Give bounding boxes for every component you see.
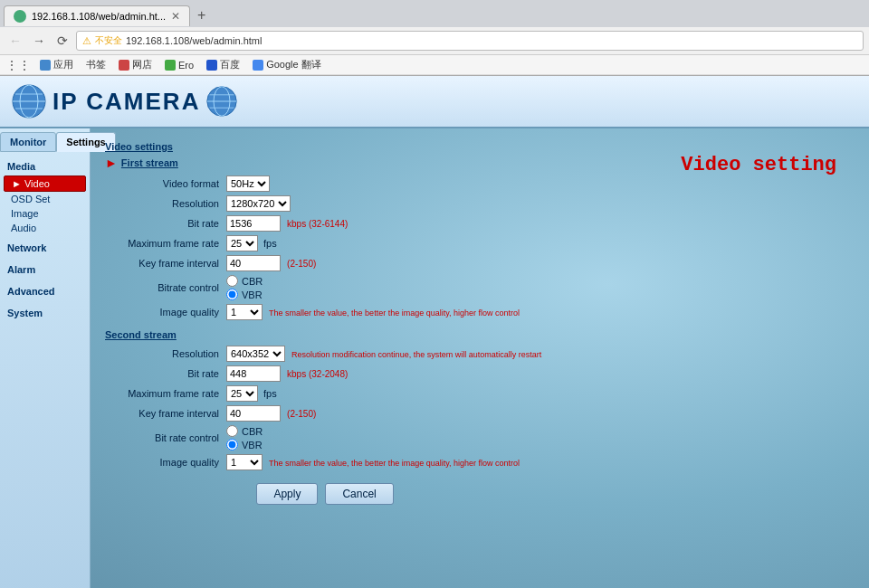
sidebar-section-system: System <box>0 302 90 324</box>
vbr-option-2: VBR <box>226 439 541 450</box>
resolution-value-2: 640x352 320x240 Resolution modification … <box>223 344 545 364</box>
bookmark-bookmarks[interactable]: 书签 <box>82 57 110 72</box>
bookmark-shop-icon <box>119 60 129 71</box>
max-frame-value-1: 25 30 15 fps <box>223 233 545 253</box>
key-frame-hint-2: (2-150) <box>287 409 316 419</box>
address-bar[interactable]: ⚠ 不安全 192.168.1.108/web/admin.html <box>76 31 864 51</box>
bitrate-row-2: Bit rate kbps (32-2048) <box>105 364 545 384</box>
tab-close-button[interactable]: ✕ <box>171 10 180 23</box>
cancel-button[interactable]: Cancel <box>325 483 393 505</box>
key-frame-row-1: Key frame interval (2-150) <box>105 253 545 273</box>
max-frame-label-1: Maximum frame rate <box>105 233 223 253</box>
bookmark-apps[interactable]: 应用 <box>36 57 77 72</box>
key-frame-label-2: Key frame interval <box>105 403 223 423</box>
address-text: 192.168.1.108/web/admin.html <box>126 35 262 46</box>
bookmark-google-translate-icon <box>253 60 263 71</box>
bitrate-ctrl-label-1: Bitrate control <box>105 273 223 302</box>
cbr-radio-2[interactable] <box>226 425 238 437</box>
browser-chrome: 192.168.1.108/web/admin.ht... ✕ + ← → ⟳ … <box>0 0 869 76</box>
sidebar-item-video[interactable]: ► Video <box>4 175 86 192</box>
video-format-row: Video format 50Hz 60Hz <box>105 174 545 194</box>
page-title: Video setting <box>681 154 836 176</box>
bookmark-bookmarks-label: 书签 <box>86 58 106 71</box>
image-quality-select-2[interactable]: 12345 <box>226 454 263 470</box>
bitrate-label-2: Bit rate <box>105 364 223 384</box>
vbr-radio-2[interactable] <box>226 439 238 450</box>
bitrate-ctrl-row-1: Bitrate control CBR VBR <box>105 273 545 302</box>
key-frame-input-1[interactable] <box>226 255 281 271</box>
main-layout: Monitor Settings Media ► Video OSD Set <box>0 128 869 588</box>
resolution-row-1: Resolution 1280x720 640x480 320x240 <box>105 194 545 213</box>
logo-text: IP CAMERA <box>53 88 200 116</box>
resolution-hint-2: Resolution modification continue, the sy… <box>291 350 541 359</box>
browser-tab[interactable]: 192.168.1.108/web/admin.ht... ✕ <box>4 5 190 26</box>
vbr-label-2: VBR <box>242 440 263 450</box>
apply-button[interactable]: Apply <box>256 483 318 505</box>
sidebar-group-network[interactable]: Network <box>0 239 90 257</box>
key-frame-value-1: (2-150) <box>223 253 545 273</box>
resolution-select-1[interactable]: 1280x720 640x480 320x240 <box>226 195 291 212</box>
sidebar-group-media[interactable]: Media <box>0 157 90 175</box>
sidebar-section-alarm: Alarm <box>0 259 90 280</box>
bookmark-baidu-icon <box>206 60 217 71</box>
max-frame-select-2[interactable]: 25 30 15 <box>226 385 258 402</box>
bitrate-ctrl-group-2: CBR VBR <box>226 425 541 450</box>
max-frame-value-2: 25 30 15 fps <box>223 384 545 403</box>
bitrate-value-1: kbps (32-6144) <box>223 213 545 233</box>
vbr-option-1: VBR <box>226 289 541 300</box>
second-stream-title: Second stream <box>105 329 545 340</box>
resolution-label-1: Resolution <box>105 194 223 213</box>
bitrate-hint-2: kbps (32-2048) <box>287 369 348 379</box>
bookmark-apps-icon <box>40 60 51 71</box>
logo-globe-right <box>205 85 238 118</box>
bitrate-ctrl-label-2: Bit rate control <box>105 423 223 452</box>
sidebar-item-audio[interactable]: Audio <box>0 221 90 235</box>
new-tab-button[interactable]: + <box>190 4 213 27</box>
bookmark-baidu[interactable]: 百度 <box>203 57 244 72</box>
back-button[interactable]: ← <box>5 31 25 51</box>
resolution-select-2[interactable]: 640x352 320x240 <box>226 346 285 362</box>
sidebar-item-image[interactable]: Image <box>0 206 90 221</box>
image-quality-select-1[interactable]: 12345 <box>226 304 263 320</box>
key-frame-input-2[interactable] <box>226 405 281 422</box>
bookmark-shop[interactable]: 网店 <box>115 57 156 72</box>
sidebar-group-alarm[interactable]: Alarm <box>0 261 90 279</box>
image-quality-value-2: 12345 The smaller the value, the better … <box>223 452 545 472</box>
forward-button[interactable]: → <box>29 31 49 51</box>
security-icon: ⚠ <box>82 35 91 47</box>
vbr-radio-1[interactable] <box>226 289 238 300</box>
max-frame-select-1[interactable]: 25 30 15 <box>226 235 258 251</box>
sidebar-group-system[interactable]: System <box>0 304 90 322</box>
logo-globe-left <box>11 83 47 119</box>
image-quality-row-2: Image quality 12345 The smaller the valu… <box>105 452 545 472</box>
bookmark-google-translate-label: Google 翻译 <box>266 58 321 71</box>
image-quality-value-1: 12345 The smaller the value, the better … <box>223 302 545 322</box>
bookmark-google-translate[interactable]: Google 翻译 <box>249 57 325 72</box>
reload-button[interactable]: ⟳ <box>53 31 72 51</box>
video-format-select[interactable]: 50Hz 60Hz <box>226 175 270 192</box>
resolution-label-2: Resolution <box>105 344 223 364</box>
tab-favicon <box>14 10 26 23</box>
bitrate-ctrl-value-1: CBR VBR <box>223 273 545 302</box>
bitrate-input-2[interactable] <box>226 365 281 382</box>
tab-monitor[interactable]: Monitor <box>0 132 56 152</box>
cbr-label-2: CBR <box>242 426 263 437</box>
cbr-option-1: CBR <box>226 275 541 287</box>
bookmark-ero[interactable]: Ero <box>161 59 197 71</box>
image-quality-row-1: Image quality 12345 The smaller the valu… <box>105 302 545 322</box>
key-frame-row-2: Key frame interval (2-150) <box>105 403 545 423</box>
cbr-radio-1[interactable] <box>226 275 238 287</box>
sidebar-section-advanced: Advanced <box>0 280 90 302</box>
sidebar-section-network: Network <box>0 237 90 259</box>
bookmark-ero-icon <box>165 60 176 71</box>
page-content: IP CAMERA Monitor Settings Media <box>0 76 869 588</box>
sidebar-item-osd[interactable]: OSD Set <box>0 192 90 206</box>
video-format-label: Video format <box>105 174 223 194</box>
arrow-indicator: ► <box>12 178 22 189</box>
button-row: Apply Cancel <box>105 483 545 505</box>
sidebar-group-advanced[interactable]: Advanced <box>0 282 90 300</box>
bitrate-input-1[interactable] <box>226 215 281 232</box>
cbr-label-1: CBR <box>242 276 263 287</box>
key-frame-label-1: Key frame interval <box>105 253 223 273</box>
tab-bar: 192.168.1.108/web/admin.ht... ✕ + <box>0 0 869 27</box>
